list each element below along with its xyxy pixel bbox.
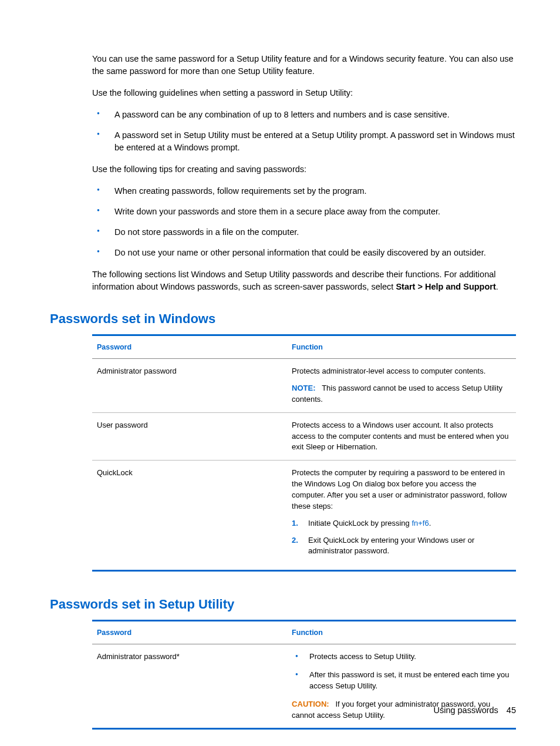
step-text: Initiate QuickLock by pressing: [308, 519, 411, 527]
function-text: Protects administrator-level access to c…: [292, 366, 511, 377]
password-function: Protects access to a Windows user accoun…: [287, 412, 516, 461]
step-item: 1.Initiate QuickLock by pressing fn+f6.: [292, 518, 511, 529]
function-text: Protects the computer by requiring a pas…: [292, 468, 511, 512]
column-header-password: Password: [92, 335, 287, 359]
menu-path: Start > Help and Support: [396, 282, 495, 291]
password-function: Protects administrator-level access to c…: [287, 359, 516, 413]
intro-paragraph-1: You can use the same password for a Setu…: [92, 53, 516, 78]
password-name: QuickLock: [92, 461, 287, 571]
windows-passwords-table: Password Function Administrator password…: [92, 334, 516, 572]
note-label: NOTE:: [292, 384, 315, 392]
note-text: This password cannot be used to access S…: [292, 384, 502, 404]
column-header-function: Function: [287, 621, 516, 644]
step-item: 2.Exit QuickLock by entering your Window…: [292, 535, 511, 557]
password-name: User password: [92, 412, 287, 461]
bullet-item: After this password is set, it must be e…: [292, 670, 511, 692]
password-name: Administrator password*: [92, 644, 287, 729]
tip-item: Do not store passwords in a file on the …: [92, 226, 516, 238]
step-text: .: [429, 519, 431, 527]
key-combo: fn+f6: [411, 519, 429, 527]
step-text: Exit QuickLock by entering your Windows …: [308, 536, 474, 556]
password-function: Protects the computer by requiring a pas…: [287, 461, 516, 571]
page-footer: Using passwords45: [433, 704, 516, 717]
tip-item: Do not use your name or other personal i…: [92, 247, 516, 259]
intro-paragraph-3: Use the following tips for creating and …: [92, 163, 516, 176]
table-row: QuickLock Protects the computer by requi…: [92, 461, 516, 571]
password-name: Administrator password: [92, 359, 287, 413]
bullet-item: Protects access to Setup Utility.: [292, 651, 511, 663]
intro-paragraph-2: Use the following guidelines when settin…: [92, 87, 516, 99]
guideline-item: A password set in Setup Utility must be …: [92, 129, 516, 154]
quicklock-steps: 1.Initiate QuickLock by pressing fn+f6. …: [292, 518, 511, 557]
intro-paragraph-4: The following sections list Windows and …: [92, 268, 516, 293]
table-row: Administrator password Protects administ…: [92, 359, 516, 413]
text: .: [496, 282, 498, 291]
tips-list: When creating passwords, follow requirem…: [92, 185, 516, 259]
tip-item: Write down your passwords and store them…: [92, 206, 516, 218]
section-heading-setup-utility: Passwords set in Setup Utility: [50, 595, 516, 614]
function-bullets: Protects access to Setup Utility. After …: [292, 651, 511, 692]
guideline-item: A password can be any combination of up …: [92, 109, 516, 121]
table-row: User password Protects access to a Windo…: [92, 412, 516, 461]
caution-label: CAUTION:: [292, 700, 329, 708]
page-number: 45: [507, 705, 516, 715]
footer-label: Using passwords: [433, 705, 498, 715]
section-heading-windows: Passwords set in Windows: [50, 310, 516, 328]
tip-item: When creating passwords, follow requirem…: [92, 185, 516, 197]
column-header-password: Password: [92, 621, 287, 644]
column-header-function: Function: [287, 335, 516, 359]
guidelines-list: A password can be any combination of up …: [92, 109, 516, 154]
